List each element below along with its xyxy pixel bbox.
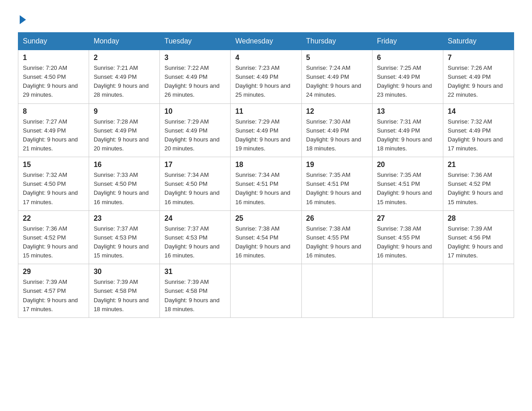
day-number: 5 [306,54,368,62]
day-info: Sunrise: 7:35 AMSunset: 4:51 PMDaylight:… [306,171,368,207]
day-number: 10 [164,107,226,116]
day-info: Sunrise: 7:39 AMSunset: 4:57 PMDaylight:… [23,278,84,314]
calendar-header: SundayMondayTuesdayWednesdayThursdayFrid… [18,33,514,50]
day-number: 30 [94,268,155,276]
day-info: Sunrise: 7:30 AMSunset: 4:49 PMDaylight:… [306,117,368,154]
calendar-cell: 20Sunrise: 7:35 AMSunset: 4:51 PMDayligh… [372,157,443,211]
calendar-cell [443,264,514,318]
day-header-tuesday: Tuesday [160,33,231,50]
calendar-week-1: 1Sunrise: 7:20 AMSunset: 4:50 PMDaylight… [18,50,514,104]
calendar-cell: 21Sunrise: 7:36 AMSunset: 4:52 PMDayligh… [443,157,514,211]
calendar-week-2: 8Sunrise: 7:27 AMSunset: 4:49 PMDaylight… [18,103,514,157]
day-info: Sunrise: 7:24 AMSunset: 4:49 PMDaylight:… [306,64,368,100]
days-of-week-row: SundayMondayTuesdayWednesdayThursdayFrid… [18,33,514,50]
day-number: 2 [94,54,155,62]
calendar-cell: 27Sunrise: 7:38 AMSunset: 4:55 PMDayligh… [372,210,443,264]
day-number: 16 [94,161,155,169]
calendar-cell: 22Sunrise: 7:36 AMSunset: 4:52 PMDayligh… [18,210,89,264]
calendar-cell: 26Sunrise: 7:38 AMSunset: 4:55 PMDayligh… [301,210,372,264]
day-info: Sunrise: 7:29 AMSunset: 4:49 PMDaylight:… [164,117,226,154]
day-number: 24 [164,214,226,223]
calendar-week-5: 29Sunrise: 7:39 AMSunset: 4:57 PMDayligh… [18,264,514,318]
calendar-cell: 14Sunrise: 7:32 AMSunset: 4:49 PMDayligh… [443,103,514,157]
day-header-wednesday: Wednesday [231,33,301,50]
day-info: Sunrise: 7:38 AMSunset: 4:55 PMDaylight:… [377,224,438,261]
calendar-cell: 2Sunrise: 7:21 AMSunset: 4:49 PMDaylight… [89,50,160,104]
day-number: 3 [164,54,226,62]
day-header-saturday: Saturday [443,33,514,50]
day-number: 11 [235,107,296,116]
day-info: Sunrise: 7:39 AMSunset: 4:58 PMDaylight:… [94,278,155,314]
day-info: Sunrise: 7:37 AMSunset: 4:53 PMDaylight:… [164,224,226,261]
calendar-cell: 23Sunrise: 7:37 AMSunset: 4:53 PMDayligh… [89,210,160,264]
day-number: 19 [306,161,368,169]
calendar-cell [372,264,443,318]
day-info: Sunrise: 7:34 AMSunset: 4:50 PMDaylight:… [164,171,226,207]
day-number: 23 [94,214,155,223]
calendar-cell: 12Sunrise: 7:30 AMSunset: 4:49 PMDayligh… [301,103,372,157]
calendar-cell [301,264,372,318]
day-number: 6 [377,54,438,62]
day-info: Sunrise: 7:39 AMSunset: 4:56 PMDaylight:… [448,224,509,261]
day-number: 8 [23,107,84,116]
day-info: Sunrise: 7:39 AMSunset: 4:58 PMDaylight:… [164,278,226,314]
day-number: 29 [23,268,84,276]
calendar-cell: 16Sunrise: 7:33 AMSunset: 4:50 PMDayligh… [89,157,160,211]
day-info: Sunrise: 7:29 AMSunset: 4:49 PMDaylight:… [235,117,296,154]
day-number: 14 [448,107,509,116]
day-number: 22 [23,214,84,223]
calendar-cell: 11Sunrise: 7:29 AMSunset: 4:49 PMDayligh… [231,103,301,157]
calendar-week-4: 22Sunrise: 7:36 AMSunset: 4:52 PMDayligh… [18,210,514,264]
day-number: 17 [164,161,226,169]
day-info: Sunrise: 7:31 AMSunset: 4:49 PMDaylight:… [377,117,438,154]
calendar-cell: 18Sunrise: 7:34 AMSunset: 4:51 PMDayligh… [231,157,301,211]
day-info: Sunrise: 7:34 AMSunset: 4:51 PMDaylight:… [235,171,296,207]
calendar-table: SundayMondayTuesdayWednesdayThursdayFrid… [18,32,514,318]
calendar-cell: 7Sunrise: 7:26 AMSunset: 4:49 PMDaylight… [443,50,514,104]
day-number: 4 [235,54,296,62]
day-number: 9 [94,107,155,116]
day-info: Sunrise: 7:20 AMSunset: 4:50 PMDaylight:… [23,64,84,100]
day-number: 21 [448,161,509,169]
logo-arrow-icon [20,15,26,24]
day-header-monday: Monday [89,33,160,50]
day-info: Sunrise: 7:32 AMSunset: 4:50 PMDaylight:… [23,171,84,207]
calendar-cell: 8Sunrise: 7:27 AMSunset: 4:49 PMDaylight… [18,103,89,157]
day-number: 15 [23,161,84,169]
day-number: 20 [377,161,438,169]
day-info: Sunrise: 7:27 AMSunset: 4:49 PMDaylight:… [23,117,84,154]
calendar-week-3: 15Sunrise: 7:32 AMSunset: 4:50 PMDayligh… [18,157,514,211]
day-info: Sunrise: 7:21 AMSunset: 4:49 PMDaylight:… [94,64,155,100]
calendar-cell: 17Sunrise: 7:34 AMSunset: 4:50 PMDayligh… [160,157,231,211]
day-info: Sunrise: 7:36 AMSunset: 4:52 PMDaylight:… [448,171,509,207]
calendar-cell: 4Sunrise: 7:23 AMSunset: 4:49 PMDaylight… [231,50,301,104]
calendar-cell: 10Sunrise: 7:29 AMSunset: 4:49 PMDayligh… [160,103,231,157]
calendar-cell: 29Sunrise: 7:39 AMSunset: 4:57 PMDayligh… [18,264,89,318]
day-number: 1 [23,54,84,62]
calendar-cell: 3Sunrise: 7:22 AMSunset: 4:49 PMDaylight… [160,50,231,104]
day-info: Sunrise: 7:32 AMSunset: 4:49 PMDaylight:… [448,117,509,154]
day-header-friday: Friday [372,33,443,50]
calendar-cell [231,264,301,318]
day-number: 7 [448,54,509,62]
day-info: Sunrise: 7:25 AMSunset: 4:49 PMDaylight:… [377,64,438,100]
day-number: 27 [377,214,438,223]
day-number: 25 [235,214,296,223]
day-info: Sunrise: 7:26 AMSunset: 4:49 PMDaylight:… [448,64,509,100]
day-info: Sunrise: 7:38 AMSunset: 4:54 PMDaylight:… [235,224,296,261]
day-number: 12 [306,107,368,116]
calendar-cell: 6Sunrise: 7:25 AMSunset: 4:49 PMDaylight… [372,50,443,104]
day-number: 28 [448,214,509,223]
calendar-cell: 9Sunrise: 7:28 AMSunset: 4:49 PMDaylight… [89,103,160,157]
calendar-cell: 15Sunrise: 7:32 AMSunset: 4:50 PMDayligh… [18,157,89,211]
calendar-cell: 30Sunrise: 7:39 AMSunset: 4:58 PMDayligh… [89,264,160,318]
day-info: Sunrise: 7:22 AMSunset: 4:49 PMDaylight:… [164,64,226,100]
calendar-cell: 1Sunrise: 7:20 AMSunset: 4:50 PMDaylight… [18,50,89,104]
calendar-cell: 13Sunrise: 7:31 AMSunset: 4:49 PMDayligh… [372,103,443,157]
day-info: Sunrise: 7:28 AMSunset: 4:49 PMDaylight:… [94,117,155,154]
day-header-thursday: Thursday [301,33,372,50]
calendar-cell: 24Sunrise: 7:37 AMSunset: 4:53 PMDayligh… [160,210,231,264]
calendar-cell: 19Sunrise: 7:35 AMSunset: 4:51 PMDayligh… [301,157,372,211]
day-info: Sunrise: 7:38 AMSunset: 4:55 PMDaylight:… [306,224,368,261]
day-number: 13 [377,107,438,116]
